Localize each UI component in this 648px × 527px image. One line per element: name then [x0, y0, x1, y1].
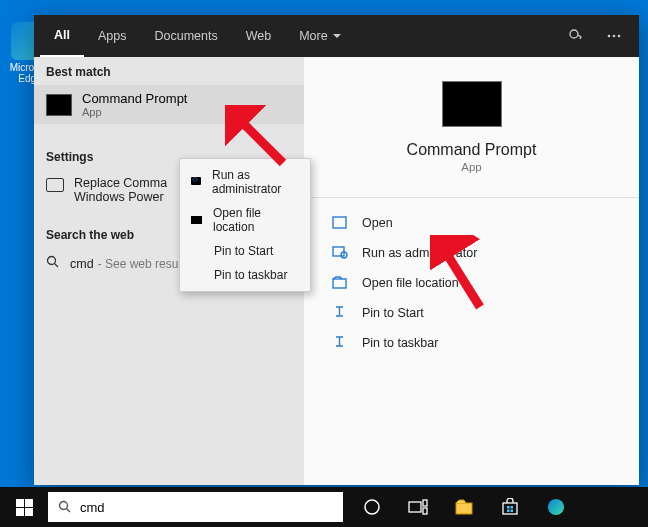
- folder-icon: [330, 275, 350, 291]
- feedback-icon[interactable]: [557, 15, 595, 57]
- taskbar-store[interactable]: [487, 487, 533, 527]
- svg-rect-16: [423, 500, 427, 506]
- taskbar-cortana[interactable]: [349, 487, 395, 527]
- best-match-subtitle: App: [82, 106, 187, 118]
- open-icon: [330, 215, 350, 231]
- svg-point-4: [48, 257, 56, 265]
- divider: [304, 197, 639, 198]
- action-pin-to-start[interactable]: Pin to Start: [328, 298, 615, 328]
- svg-point-1: [608, 35, 611, 38]
- context-menu: Run as administrator Open file location …: [179, 158, 311, 292]
- ctx-pin-to-start[interactable]: Pin to Start: [180, 239, 310, 263]
- taskbar: [0, 487, 648, 527]
- ctx-open-file-location[interactable]: Open file location: [180, 201, 310, 239]
- options-icon[interactable]: [595, 15, 633, 57]
- start-button[interactable]: [0, 487, 48, 527]
- svg-point-2: [613, 35, 616, 38]
- start-search-panel: All Apps Documents Web More Best match C…: [34, 15, 639, 485]
- action-pin-to-taskbar[interactable]: Pin to taskbar: [328, 328, 615, 358]
- windows-logo-icon: [16, 499, 33, 516]
- taskbar-search[interactable]: [48, 492, 343, 522]
- action-run-as-admin[interactable]: Run as administrator: [328, 238, 615, 268]
- tab-documents[interactable]: Documents: [140, 15, 231, 57]
- svg-rect-19: [503, 503, 517, 514]
- taskbar-edge[interactable]: [533, 487, 579, 527]
- best-match-title: Command Prompt: [82, 91, 187, 106]
- svg-rect-8: [333, 217, 346, 228]
- pin-start-icon: [330, 305, 350, 321]
- results-right-pane: Command Prompt App Open Run as administr…: [304, 57, 639, 485]
- web-sub: - See web results: [98, 257, 191, 271]
- svg-rect-20: [507, 506, 510, 509]
- taskbar-explorer[interactable]: [441, 487, 487, 527]
- ctx-pin-to-taskbar[interactable]: Pin to taskbar: [180, 263, 310, 287]
- shield-icon: [190, 175, 204, 189]
- action-open[interactable]: Open: [328, 208, 615, 238]
- results-left-pane: Best match Command Prompt App Settings R…: [34, 57, 304, 485]
- svg-point-14: [365, 500, 379, 514]
- pin-start-icon: [190, 244, 206, 258]
- tab-more[interactable]: More: [285, 15, 354, 57]
- ctx-run-as-admin[interactable]: Run as administrator: [180, 163, 310, 201]
- best-match-item[interactable]: Command Prompt App: [34, 85, 304, 124]
- search-input[interactable]: [80, 500, 333, 515]
- action-list: Open Run as administrator Open file loca…: [328, 208, 615, 358]
- shield-icon: [330, 245, 350, 261]
- folder-icon: [190, 213, 205, 227]
- tab-apps[interactable]: Apps: [84, 15, 141, 57]
- preview-subtitle: App: [328, 161, 615, 173]
- svg-point-3: [618, 35, 621, 38]
- cmd-thumb-icon: [46, 94, 72, 116]
- action-open-file-location[interactable]: Open file location: [328, 268, 615, 298]
- svg-point-12: [60, 502, 68, 510]
- svg-rect-23: [511, 510, 514, 513]
- svg-point-24: [548, 499, 564, 515]
- preview-title: Command Prompt: [328, 141, 615, 159]
- settings-item-label: Replace CommaWindows Power: [74, 176, 167, 204]
- svg-line-5: [55, 264, 59, 268]
- svg-line-13: [67, 509, 71, 513]
- pin-taskbar-icon: [190, 268, 206, 282]
- best-match-heading: Best match: [34, 57, 304, 85]
- svg-point-0: [570, 30, 578, 38]
- svg-rect-21: [511, 506, 514, 509]
- svg-rect-9: [333, 247, 344, 256]
- web-term: cmd: [70, 257, 94, 271]
- taskbar-taskview[interactable]: [395, 487, 441, 527]
- svg-rect-18: [456, 503, 472, 514]
- monitor-icon: [46, 178, 64, 192]
- pin-taskbar-icon: [330, 335, 350, 351]
- search-icon: [46, 255, 60, 272]
- svg-rect-11: [333, 279, 346, 288]
- svg-rect-17: [423, 508, 427, 514]
- svg-rect-7: [191, 216, 202, 224]
- search-icon: [58, 500, 72, 514]
- svg-rect-15: [409, 502, 421, 512]
- preview-thumb-icon: [442, 81, 502, 127]
- tab-web[interactable]: Web: [232, 15, 285, 57]
- tab-all[interactable]: All: [40, 15, 84, 57]
- svg-rect-22: [507, 510, 510, 513]
- search-tabs: All Apps Documents Web More: [34, 15, 639, 57]
